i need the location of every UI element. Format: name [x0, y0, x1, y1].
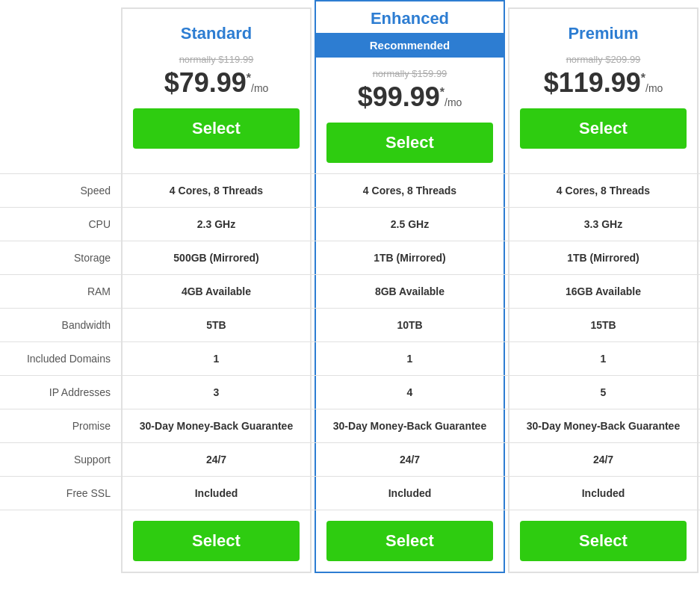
current-price-premium: $119.99*/mo — [509, 68, 697, 98]
bottom-select-col-premium: Select — [508, 510, 699, 573]
select-button-top-standard[interactable]: Select — [133, 108, 300, 149]
feature-row-ipAddresses: IP Addresses345 — [0, 375, 700, 409]
feature-row-freeSsl: Free SSLIncludedIncludedIncluded — [0, 476, 700, 510]
feature-row-cpu: CPU2.3 GHz2.5 GHz3.3 GHz — [0, 207, 700, 241]
feature-val-ipAddresses-premium: 5 — [508, 376, 699, 409]
feature-row-ram: RAM4GB Available8GB Available16GB Availa… — [0, 274, 700, 308]
feature-row-includedDomains: Included Domains111 — [0, 341, 700, 375]
bottom-select-col-standard: Select — [121, 510, 312, 573]
feature-val-bandwidth-standard: 5TB — [121, 309, 312, 341]
feature-label-storage: Storage — [0, 241, 120, 274]
plan-col-enhanced: EnhancedRecommendednormally $159.99$99.9… — [315, 0, 505, 173]
feature-row-storage: Storage500GB (Mirrored)1TB (Mirrored)1TB… — [0, 241, 700, 274]
normal-price-premium: normally $209.99 — [509, 54, 697, 65]
plan-col-premium: Premiumnormally $209.99$119.99*/moSelect — [508, 7, 699, 173]
bottom-label-spacer — [0, 510, 120, 573]
feature-val-support-standard: 24/7 — [121, 443, 312, 476]
feature-val-promise-standard: 30-Day Money-Back Guarantee — [121, 409, 312, 442]
feature-val-support-enhanced: 24/7 — [315, 443, 505, 476]
feature-val-storage-standard: 500GB (Mirrored) — [121, 241, 312, 274]
feature-rows: Speed4 Cores, 8 Threads4 Cores, 8 Thread… — [0, 173, 700, 510]
feature-val-speed-standard: 4 Cores, 8 Threads — [121, 174, 312, 207]
feature-val-freeSsl-premium: Included — [508, 477, 699, 510]
normal-price-enhanced: normally $159.99 — [316, 68, 504, 79]
feature-val-storage-premium: 1TB (Mirrored) — [508, 241, 699, 274]
feature-val-promise-premium: 30-Day Money-Back Guarantee — [508, 409, 699, 442]
feature-val-speed-enhanced: 4 Cores, 8 Threads — [315, 174, 505, 207]
feature-val-freeSsl-enhanced: Included — [315, 477, 505, 510]
feature-label-ram: RAM — [0, 275, 120, 308]
feature-label-cpu: CPU — [0, 208, 120, 241]
select-button-top-premium[interactable]: Select — [520, 108, 687, 149]
feature-val-ipAddresses-standard: 3 — [121, 376, 312, 409]
feature-val-ram-enhanced: 8GB Available — [315, 275, 505, 308]
feature-label-bandwidth: Bandwidth — [0, 309, 120, 341]
feature-row-bandwidth: Bandwidth5TB10TB15TB — [0, 308, 700, 341]
feature-val-includedDomains-premium: 1 — [508, 342, 699, 375]
feature-val-includedDomains-standard: 1 — [121, 342, 312, 375]
current-price-standard: $79.99*/mo — [123, 68, 310, 98]
plan-badge-enhanced: Recommended — [316, 33, 504, 58]
feature-label-speed: Speed — [0, 174, 120, 207]
plan-name-premium: Premium — [509, 9, 697, 43]
feature-val-bandwidth-premium: 15TB — [508, 309, 699, 341]
feature-label-ipAddresses: IP Addresses — [0, 376, 120, 409]
feature-val-promise-enhanced: 30-Day Money-Back Guarantee — [315, 409, 505, 442]
feature-val-ram-premium: 16GB Available — [508, 275, 699, 308]
feature-val-freeSsl-standard: Included — [121, 477, 312, 510]
feature-val-cpu-enhanced: 2.5 GHz — [315, 208, 505, 241]
feature-val-ipAddresses-enhanced: 4 — [315, 376, 505, 409]
feature-val-speed-premium: 4 Cores, 8 Threads — [508, 174, 699, 207]
plan-headers: Standardnormally $119.99$79.99*/moSelect… — [120, 7, 700, 173]
select-button-top-enhanced[interactable]: Select — [326, 123, 493, 163]
plan-col-standard: Standardnormally $119.99$79.99*/moSelect — [121, 7, 312, 173]
normal-price-standard: normally $119.99 — [123, 54, 310, 65]
feature-val-cpu-premium: 3.3 GHz — [508, 208, 699, 241]
plan-name-standard: Standard — [123, 9, 310, 43]
feature-row-speed: Speed4 Cores, 8 Threads4 Cores, 8 Thread… — [0, 173, 700, 207]
feature-label-promise: Promise — [0, 409, 120, 442]
bottom-select-row: SelectSelectSelect — [0, 510, 700, 573]
select-button-bottom-standard[interactable]: Select — [133, 521, 300, 561]
feature-label-support: Support — [0, 443, 120, 476]
feature-row-promise: Promise30-Day Money-Back Guarantee30-Day… — [0, 409, 700, 442]
select-button-bottom-premium[interactable]: Select — [520, 521, 687, 561]
feature-val-includedDomains-enhanced: 1 — [315, 342, 505, 375]
feature-val-cpu-standard: 2.3 GHz — [121, 208, 312, 241]
feature-val-ram-standard: 4GB Available — [121, 275, 312, 308]
feature-val-storage-enhanced: 1TB (Mirrored) — [315, 241, 505, 274]
plan-name-enhanced: Enhanced — [316, 1, 504, 28]
current-price-enhanced: $99.99*/mo — [316, 82, 504, 112]
feature-val-bandwidth-enhanced: 10TB — [315, 309, 505, 341]
feature-label-includedDomains: Included Domains — [0, 342, 120, 375]
select-button-bottom-enhanced[interactable]: Select — [326, 521, 493, 561]
feature-label-freeSsl: Free SSL — [0, 477, 120, 510]
feature-row-support: Support24/724/724/7 — [0, 442, 700, 476]
pricing-wrapper: Standardnormally $119.99$79.99*/moSelect… — [0, 7, 700, 573]
bottom-select-col-enhanced: Select — [315, 510, 505, 573]
feature-val-support-premium: 24/7 — [508, 443, 699, 476]
